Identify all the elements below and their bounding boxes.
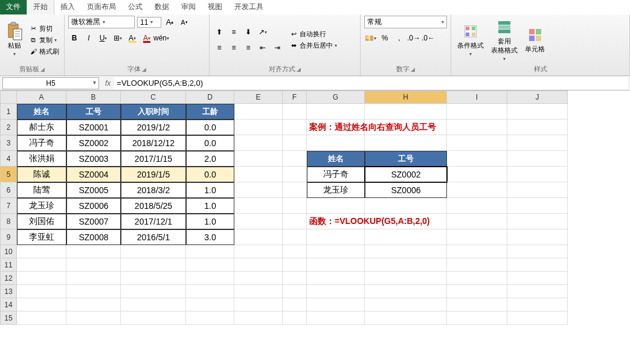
number-format-dropdown[interactable]: 常规▾ [364, 16, 447, 28]
cell-A4[interactable]: 张洪娟 [17, 151, 66, 167]
cell-A9[interactable]: 李亚虹 [17, 229, 66, 245]
cell-grid[interactable]: 姓名工号入职时间工龄郝士东SZ00012019/1/20.0案例：通过姓名向右查… [17, 104, 568, 325]
align-middle-button[interactable]: ≡ [228, 26, 240, 38]
cell-J4[interactable] [507, 151, 568, 167]
row-header-15[interactable]: 15 [0, 311, 17, 325]
row-header-7[interactable]: 7 [0, 198, 17, 214]
cell-D2[interactable]: 0.0 [186, 120, 234, 135]
decrease-indent-button[interactable]: ⇤ [257, 42, 269, 54]
percent-button[interactable]: % [379, 32, 391, 44]
cell-J11[interactable] [507, 258, 568, 272]
cell-B13[interactable] [66, 285, 121, 298]
tab-view[interactable]: 视图 [202, 0, 228, 14]
cell-G7[interactable] [307, 198, 365, 214]
cell-H4[interactable]: 工号 [365, 151, 447, 167]
cell-A11[interactable] [17, 258, 66, 272]
cell-B8[interactable]: SZ0007 [66, 214, 121, 229]
align-left-button[interactable]: ≡ [213, 42, 225, 54]
cell-F7[interactable] [283, 198, 307, 214]
cell-D8[interactable]: 1.0 [186, 214, 234, 229]
row-header-4[interactable]: 4 [0, 151, 17, 167]
cell-F3[interactable] [283, 135, 307, 151]
alignment-dialog-launcher[interactable]: ◢ [297, 66, 301, 72]
fill-color-button[interactable]: A▾ [126, 32, 138, 44]
cell-J3[interactable] [507, 135, 568, 151]
cell-C3[interactable]: 2018/12/12 [121, 135, 186, 151]
tab-review[interactable]: 审阅 [175, 0, 202, 14]
cell-B14[interactable] [66, 298, 121, 311]
cell-F10[interactable] [283, 245, 307, 258]
cell-B11[interactable] [66, 258, 121, 272]
cell-C11[interactable] [121, 258, 186, 272]
number-dialog-launcher[interactable]: ◢ [411, 66, 415, 72]
cell-H5[interactable]: SZ0002 [365, 167, 447, 182]
cell-E15[interactable] [234, 311, 283, 325]
tab-data[interactable]: 数据 [149, 0, 175, 14]
col-header-A[interactable]: A [17, 91, 66, 104]
cell-J7[interactable] [507, 198, 568, 214]
cell-I9[interactable] [447, 229, 507, 245]
cell-D12[interactable] [186, 272, 234, 285]
row-header-12[interactable]: 12 [0, 272, 17, 285]
cell-D3[interactable]: 0.0 [186, 135, 234, 151]
cell-I7[interactable] [447, 198, 507, 214]
cell-D5[interactable]: 0.0 [186, 167, 234, 182]
cell-D1[interactable]: 工龄 [186, 104, 234, 120]
row-header-3[interactable]: 3 [0, 135, 17, 151]
cell-C7[interactable]: 2018/5/25 [121, 198, 186, 214]
cell-F6[interactable] [283, 182, 307, 198]
cell-E11[interactable] [234, 258, 283, 272]
italic-button[interactable]: I [83, 32, 95, 44]
align-right-button[interactable]: ≡ [242, 42, 254, 54]
cell-J13[interactable] [507, 285, 568, 298]
cell-J1[interactable] [507, 104, 568, 120]
cell-G4[interactable]: 姓名 [307, 151, 365, 167]
format-painter-button[interactable]: 🖌格式刷 [28, 46, 60, 57]
cell-I8[interactable] [447, 214, 507, 229]
increase-decimal-button[interactable]: .0→ [408, 32, 420, 44]
align-center-button[interactable]: ≡ [228, 42, 240, 54]
cell-B5[interactable]: SZ0004 [66, 167, 121, 182]
col-header-B[interactable]: B [66, 91, 121, 104]
cell-A5[interactable]: 陈诚 [17, 167, 66, 182]
tab-formulas[interactable]: 公式 [122, 0, 149, 14]
cell-G11[interactable] [307, 258, 365, 272]
cell-B7[interactable]: SZ0006 [66, 198, 121, 214]
cell-F2[interactable] [283, 120, 307, 135]
cell-A12[interactable] [17, 272, 66, 285]
font-dialog-launcher[interactable]: ◢ [142, 66, 146, 72]
cell-I6[interactable] [447, 182, 507, 198]
cell-H10[interactable] [365, 245, 447, 258]
cell-E3[interactable] [234, 135, 283, 151]
row-header-13[interactable]: 13 [0, 285, 17, 298]
merge-center-button[interactable]: ⬌合并后居中▾ [288, 40, 338, 51]
cell-F12[interactable] [283, 272, 307, 285]
cell-H12[interactable] [365, 272, 447, 285]
increase-font-button[interactable]: A▴ [164, 16, 176, 28]
cell-I13[interactable] [447, 285, 507, 298]
cell-J6[interactable] [507, 182, 568, 198]
decrease-decimal-button[interactable]: .0← [422, 32, 434, 44]
cell-D6[interactable]: 1.0 [186, 182, 234, 198]
cell-B2[interactable]: SZ0001 [66, 120, 121, 135]
cell-G2[interactable]: 案例：通过姓名向右查询人员工号 [307, 120, 365, 135]
wrap-text-button[interactable]: ↩自动换行 [288, 29, 338, 39]
cell-D7[interactable]: 1.0 [186, 198, 234, 214]
cell-A3[interactable]: 冯子奇 [17, 135, 66, 151]
cell-H6[interactable]: SZ0006 [365, 182, 447, 198]
cell-G12[interactable] [307, 272, 365, 285]
cell-A14[interactable] [17, 298, 66, 311]
cell-J10[interactable] [507, 245, 568, 258]
cell-G1[interactable] [307, 104, 365, 120]
cell-C1[interactable]: 入职时间 [121, 104, 186, 120]
cell-E10[interactable] [234, 245, 283, 258]
clipboard-dialog-launcher[interactable]: ◢ [40, 66, 45, 72]
align-bottom-button[interactable]: ⬇ [242, 26, 254, 38]
cell-F11[interactable] [283, 258, 307, 272]
cell-F9[interactable] [283, 229, 307, 245]
select-all-corner[interactable] [0, 91, 17, 104]
cell-E6[interactable] [234, 182, 283, 198]
cell-G8[interactable]: 函数：=VLOOKUP(G5,A:B,2,0) [307, 214, 365, 229]
cell-C13[interactable] [121, 285, 186, 298]
cell-H1[interactable] [365, 104, 447, 120]
